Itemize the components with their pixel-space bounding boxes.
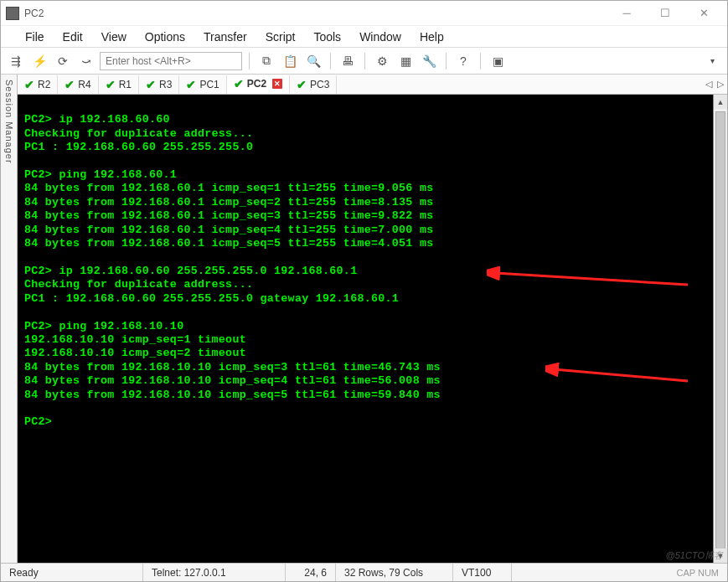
menu-options[interactable]: Options (136, 30, 194, 44)
title-bar: PC2 ─ ☐ ✕ (1, 1, 727, 26)
misc-icon[interactable]: ▣ (488, 51, 508, 71)
terminal-output: PC2> ip 192.168.60.60 Checking for dupli… (18, 95, 727, 435)
menu-edit[interactable]: Edit (54, 30, 92, 44)
status-connection: Telnet: 127.0.0.1 (143, 564, 286, 581)
status-rows-cols: 32 Rows, 79 Cols (336, 564, 453, 581)
menu-file[interactable]: File (16, 30, 54, 44)
tab-pc2[interactable]: ✔PC2✕ (227, 75, 290, 94)
tab-r1[interactable]: ✔R1 (99, 75, 139, 94)
tab-label: PC3 (310, 79, 329, 90)
main-area: ✔R2 ✔R4 ✔R1 ✔R3 ✔PC1 ✔PC2✕ ✔PC3 ◁ ▷ PC2>… (18, 75, 727, 563)
options-icon[interactable]: ⚙ (372, 51, 392, 71)
tab-next-icon[interactable]: ▷ (717, 79, 724, 90)
status-indicators: CAP NUM (668, 568, 727, 578)
check-icon: ✔ (24, 78, 34, 91)
menu-window[interactable]: Window (350, 30, 410, 44)
host-input[interactable] (100, 52, 242, 70)
status-cursor-pos: 24, 6 (286, 564, 336, 581)
tab-label: PC2 (247, 78, 266, 90)
tab-label: R1 (119, 79, 132, 90)
tab-prev-icon[interactable]: ◁ (705, 79, 712, 90)
app-icon (6, 7, 19, 20)
minimize-button[interactable]: ─ (615, 5, 638, 22)
status-bar: Ready Telnet: 127.0.0.1 24, 6 32 Rows, 7… (1, 563, 727, 581)
body-area: Session Manager ✔R2 ✔R4 ✔R1 ✔R3 ✔PC1 ✔PC… (1, 75, 727, 563)
overflow-icon[interactable]: ▾ (702, 51, 722, 71)
session-options-icon[interactable]: ▦ (395, 51, 416, 71)
check-icon: ✔ (65, 78, 75, 91)
tab-r4[interactable]: ✔R4 (58, 75, 98, 94)
menu-help[interactable]: Help (410, 30, 453, 44)
status-emulation: VT100 (453, 564, 512, 581)
divider (249, 53, 250, 70)
menu-transfer[interactable]: Transfer (194, 30, 256, 44)
tab-label: R4 (78, 79, 90, 90)
check-icon: ✔ (297, 78, 307, 91)
session-manager-icon[interactable]: ⇶ (6, 51, 26, 71)
divider (446, 53, 447, 70)
tab-strip: ✔R2 ✔R4 ✔R1 ✔R3 ✔PC1 ✔PC2✕ ✔PC3 ◁ ▷ (18, 75, 727, 95)
tab-pc3[interactable]: ✔PC3 (290, 75, 337, 94)
menu-view[interactable]: View (92, 30, 136, 44)
tab-r3[interactable]: ✔R3 (139, 75, 179, 94)
print-icon[interactable]: 🖶 (338, 51, 358, 71)
menu-tools[interactable]: Tools (304, 30, 350, 44)
maximize-button[interactable]: ☐ (653, 5, 677, 22)
terminal-area[interactable]: PC2> ip 192.168.60.60 Checking for dupli… (18, 95, 727, 563)
menu-bar: File Edit View Options Transfer Script T… (1, 26, 727, 48)
divider (480, 53, 481, 70)
scroll-up-icon[interactable]: ▲ (714, 95, 727, 109)
tab-label: R3 (159, 79, 172, 90)
session-manager-panel[interactable]: Session Manager (1, 75, 18, 563)
app-window: PC2 ─ ☐ ✕ File Edit View Options Transfe… (0, 0, 728, 582)
scroll-thumb[interactable] (715, 111, 725, 563)
tab-label: R2 (38, 79, 50, 90)
divider (364, 53, 365, 70)
keymap-icon[interactable]: 🔧 (419, 51, 439, 71)
scrollbar[interactable]: ▲ ▼ (713, 95, 727, 563)
check-icon: ✔ (234, 77, 244, 90)
window-title: PC2 (24, 8, 615, 19)
help-icon[interactable]: ? (453, 51, 473, 71)
check-icon: ✔ (146, 78, 156, 91)
watermark: @51CTO博客 (666, 549, 723, 562)
quick-connect-icon[interactable]: ⚡ (29, 51, 49, 71)
close-button[interactable]: ✕ (692, 5, 715, 22)
status-ready: Ready (1, 564, 143, 581)
disconnect-icon[interactable]: ⤻ (76, 51, 96, 71)
session-manager-label: Session Manager (4, 80, 14, 164)
toolbar: ⇶ ⚡ ⟳ ⤻ ⧉ 📋 🔍 🖶 ⚙ ▦ 🔧 ? ▣ ▾ (1, 48, 727, 75)
close-tab-icon[interactable]: ✕ (272, 79, 282, 89)
check-icon: ✔ (186, 78, 196, 91)
copy-icon[interactable]: ⧉ (256, 51, 276, 71)
divider (330, 53, 331, 70)
menu-script[interactable]: Script (256, 30, 305, 44)
tab-pc1[interactable]: ✔PC1 (179, 75, 226, 94)
reconnect-icon[interactable]: ⟳ (53, 51, 73, 71)
tab-label: PC1 (199, 79, 219, 90)
paste-icon[interactable]: 📋 (280, 51, 300, 71)
tab-r2[interactable]: ✔R2 (18, 75, 58, 94)
find-icon[interactable]: 🔍 (303, 51, 323, 71)
check-icon: ✔ (106, 78, 116, 91)
